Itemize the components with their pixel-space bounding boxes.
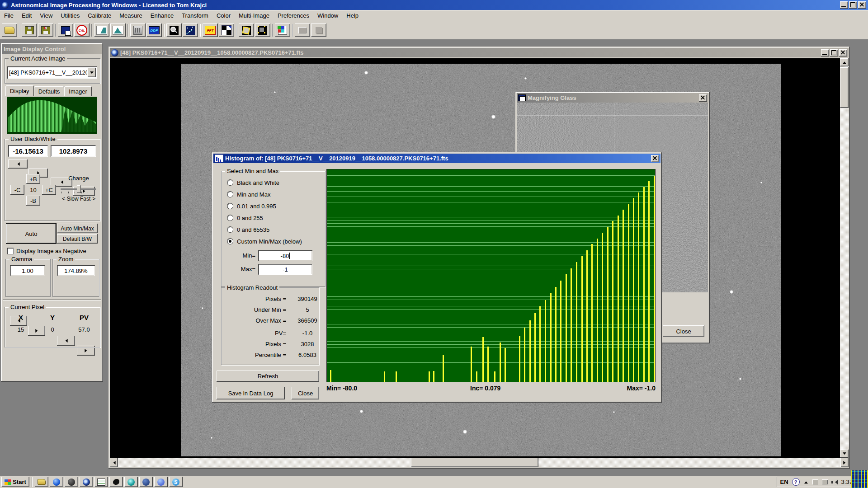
tab-defaults[interactable]: Defaults xyxy=(34,86,65,96)
gamma-input[interactable]: 1.00 xyxy=(10,265,45,276)
magnifier-close-x-button[interactable] xyxy=(699,94,707,102)
white-level-input[interactable]: 102.8973 xyxy=(51,145,96,157)
rotate-button[interactable] xyxy=(239,23,254,37)
tile-windows-button[interactable] xyxy=(275,23,290,37)
magnifier-titlebar[interactable]: Magnifying Glass xyxy=(517,93,708,103)
minus-b-button[interactable]: -B xyxy=(26,196,40,206)
image-close-button[interactable] xyxy=(839,49,847,56)
save-button[interactable] xyxy=(22,23,37,37)
menu-utilities[interactable]: Utilities xyxy=(57,11,84,20)
combobox-dropdown-button[interactable] xyxy=(87,68,96,77)
idc-titlebar[interactable]: Image Display Control xyxy=(2,44,102,54)
image-vertical-scrollbar[interactable] xyxy=(840,58,849,458)
scroll-up-button[interactable] xyxy=(840,58,849,66)
menu-view[interactable]: View xyxy=(36,11,57,20)
dialog-close-button[interactable]: Close xyxy=(292,387,319,399)
max-input[interactable]: -1 xyxy=(258,264,312,275)
radio-dot[interactable] xyxy=(227,180,233,185)
taskbar-browser-button[interactable] xyxy=(50,477,63,487)
start-button[interactable]: Start xyxy=(1,477,29,487)
image-maximize-button[interactable] xyxy=(830,49,838,56)
menu-window[interactable]: Window xyxy=(313,11,342,20)
tab-display[interactable]: Display xyxy=(5,85,34,96)
app-minimize-button[interactable] xyxy=(840,1,848,9)
magnifier-close-button[interactable]: Close xyxy=(663,325,704,337)
linear-stretch-button[interactable] xyxy=(94,23,109,37)
resize-button[interactable] xyxy=(219,23,234,37)
radio-dot[interactable] xyxy=(227,203,233,209)
refresh-button[interactable]: Refresh xyxy=(217,371,319,382)
change-slider-track[interactable] xyxy=(61,188,96,190)
active-image-combobox[interactable]: [48] PKS0716+71__V__20120 xyxy=(7,66,97,79)
scroll-left-button[interactable] xyxy=(110,458,118,467)
scroll-right-button[interactable] xyxy=(840,458,849,467)
tray-display-icon[interactable] xyxy=(812,479,818,484)
save-fits-button[interactable]: F xyxy=(38,23,53,37)
radio-custom-minmax[interactable]: Custom Min/Max (below) xyxy=(227,238,302,245)
image-horizontal-scrollbar[interactable] xyxy=(110,458,849,467)
scroll-down-button[interactable] xyxy=(840,450,849,458)
taskbar-app-dark2-button[interactable] xyxy=(139,477,153,487)
histogram-button[interactable] xyxy=(110,23,126,37)
radio-0-65535[interactable]: 0 and 65535 xyxy=(227,226,269,233)
menu-enhance[interactable]: Enhance xyxy=(146,11,178,20)
ccd-tools-button[interactable] xyxy=(130,23,146,37)
taskbar-folder-button[interactable] xyxy=(35,477,48,487)
tray-help-icon[interactable]: ? xyxy=(792,478,800,486)
duplicate-image-button[interactable] xyxy=(58,23,73,37)
taskbar-skype-button[interactable]: S xyxy=(169,477,183,487)
magnify-button[interactable] xyxy=(166,23,182,37)
menu-color[interactable]: Color xyxy=(212,11,235,20)
ddp-button[interactable]: DDP xyxy=(146,23,162,37)
menu-transform[interactable]: Transform xyxy=(178,11,212,20)
taskbar-globe-button[interactable] xyxy=(124,477,138,487)
plus-c-button[interactable]: +C xyxy=(42,185,56,195)
auto-button[interactable]: Auto xyxy=(6,224,56,244)
default-bw-button[interactable]: Default B/W xyxy=(57,234,98,244)
fft-button[interactable]: FFT xyxy=(203,23,218,37)
image-window-titlebar[interactable]: [48] PKS0716+71__V__20120919__1058.00000… xyxy=(110,48,849,57)
menu-help[interactable]: Help xyxy=(342,11,363,20)
menu-edit[interactable]: Edit xyxy=(18,11,36,20)
tray-print-icon[interactable] xyxy=(822,479,828,484)
radio-dot[interactable] xyxy=(227,227,233,232)
minus-c-button[interactable]: -C xyxy=(10,185,24,195)
plus-b-button[interactable]: +B xyxy=(26,174,40,184)
app-restore-button[interactable] xyxy=(849,1,857,9)
black-level-input[interactable]: -16.15613 xyxy=(8,145,48,157)
image-minimize-button[interactable] xyxy=(821,49,829,56)
radio-dot[interactable] xyxy=(227,192,233,197)
menu-file[interactable]: File xyxy=(0,11,18,20)
taskbar-spreadsheet-button[interactable] xyxy=(94,477,108,487)
radio-min-and-max[interactable]: Min and Max xyxy=(227,191,270,198)
radio-black-and-white[interactable]: Black and White xyxy=(227,179,279,186)
zoom-input[interactable]: 174.89% xyxy=(57,265,95,276)
negative-checkbox[interactable] xyxy=(7,248,13,254)
open-file-button[interactable] xyxy=(2,23,17,37)
taskbar-aip-button[interactable] xyxy=(80,477,93,487)
taskbar-app-blue-button[interactable] xyxy=(154,477,168,487)
hscroll-thumb[interactable] xyxy=(411,458,538,467)
menu-preferences[interactable]: Preferences xyxy=(274,11,313,20)
language-indicator[interactable]: EN xyxy=(780,479,788,485)
tray-caret-icon[interactable] xyxy=(803,479,809,485)
radio-dot[interactable] xyxy=(227,215,233,221)
auto-minmax-button[interactable]: Auto Min/Max xyxy=(57,224,98,233)
tray-volume-icon[interactable] xyxy=(831,479,838,485)
save-in-data-log-button[interactable]: Save in Data Log xyxy=(217,387,285,399)
negative-checkbox-row[interactable]: Display Image as Negative xyxy=(7,248,86,254)
astrometry-button[interactable] xyxy=(183,23,198,37)
menu-measure[interactable]: Measure xyxy=(115,11,146,20)
histogram-dialog-titlebar[interactable]: Histogram of: [48] PKS0716+71__V__201209… xyxy=(213,154,660,163)
vscroll-thumb[interactable] xyxy=(840,67,849,108)
menu-multi-image[interactable]: Multi-Image xyxy=(235,11,274,20)
radio-001-0995[interactable]: 0.01 and 0.995 xyxy=(227,202,276,210)
taskbar-app-dark-button[interactable] xyxy=(65,477,78,487)
taskbar-ink-button[interactable] xyxy=(109,477,123,487)
min-input[interactable]: -80 xyxy=(258,250,312,261)
radio-dot-selected[interactable] xyxy=(227,239,233,244)
app-close-button[interactable] xyxy=(858,1,866,9)
histogram-dialog-close-x[interactable] xyxy=(651,155,659,162)
black-decrease-button[interactable] xyxy=(8,160,28,169)
calibrate-button[interactable]: CAL xyxy=(74,23,90,37)
